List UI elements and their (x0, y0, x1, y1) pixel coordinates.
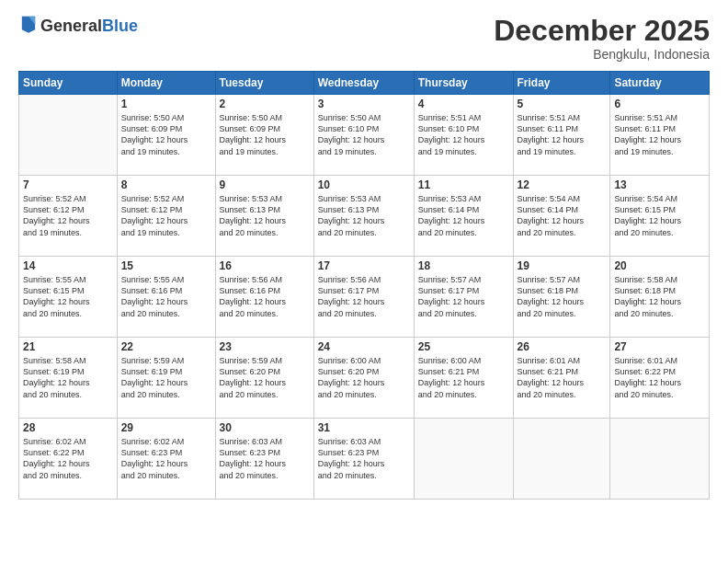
day-info: Sunrise: 5:54 AM Sunset: 6:15 PM Dayligh… (614, 193, 705, 238)
day-info: Sunrise: 5:50 AM Sunset: 6:10 PM Dayligh… (318, 112, 410, 157)
calendar-cell: 16Sunrise: 5:56 AM Sunset: 6:16 PM Dayli… (215, 257, 313, 338)
calendar-cell: 4Sunrise: 5:51 AM Sunset: 6:10 PM Daylig… (414, 95, 513, 176)
day-number: 1 (121, 98, 211, 110)
calendar-cell: 24Sunrise: 6:00 AM Sunset: 6:20 PM Dayli… (313, 338, 414, 419)
day-info: Sunrise: 5:51 AM Sunset: 6:11 PM Dayligh… (518, 112, 607, 157)
day-info: Sunrise: 5:52 AM Sunset: 6:12 PM Dayligh… (23, 193, 113, 238)
day-info: Sunrise: 6:01 AM Sunset: 6:21 PM Dayligh… (518, 355, 607, 400)
day-number: 13 (614, 178, 705, 191)
day-info: Sunrise: 5:50 AM Sunset: 6:09 PM Dayligh… (220, 112, 310, 157)
day-info: Sunrise: 6:00 AM Sunset: 6:21 PM Dayligh… (418, 355, 509, 400)
calendar-cell: 1Sunrise: 5:50 AM Sunset: 6:09 PM Daylig… (117, 95, 215, 176)
calendar-cell: 15Sunrise: 5:55 AM Sunset: 6:16 PM Dayli… (117, 257, 215, 338)
calendar-cell: 22Sunrise: 5:59 AM Sunset: 6:19 PM Dayli… (117, 338, 215, 419)
day-number: 21 (23, 340, 113, 353)
day-info: Sunrise: 5:59 AM Sunset: 6:20 PM Dayligh… (220, 355, 310, 400)
day-number: 8 (121, 178, 211, 191)
calendar-cell: 11Sunrise: 5:53 AM Sunset: 6:14 PM Dayli… (414, 176, 513, 257)
day-number: 12 (518, 178, 607, 191)
day-info: Sunrise: 5:55 AM Sunset: 6:15 PM Dayligh… (23, 274, 113, 319)
calendar-cell: 10Sunrise: 5:53 AM Sunset: 6:13 PM Dayli… (313, 176, 414, 257)
day-info: Sunrise: 5:53 AM Sunset: 6:14 PM Dayligh… (418, 193, 509, 238)
logo: GeneralBlue (18, 15, 138, 39)
day-info: Sunrise: 5:51 AM Sunset: 6:10 PM Dayligh… (418, 112, 509, 157)
calendar-cell: 5Sunrise: 5:51 AM Sunset: 6:11 PM Daylig… (513, 95, 610, 176)
day-number: 6 (614, 98, 705, 110)
day-info: Sunrise: 6:01 AM Sunset: 6:22 PM Dayligh… (614, 355, 705, 400)
calendar-cell: 31Sunrise: 6:03 AM Sunset: 6:23 PM Dayli… (313, 419, 414, 500)
day-number: 2 (220, 98, 310, 110)
calendar-cell: 17Sunrise: 5:56 AM Sunset: 6:17 PM Dayli… (313, 257, 414, 338)
header: GeneralBlue December 2025 Bengkulu, Indo… (18, 15, 710, 62)
header-thursday: Thursday (414, 72, 513, 95)
day-info: Sunrise: 6:02 AM Sunset: 6:23 PM Dayligh… (121, 436, 211, 481)
header-wednesday: Wednesday (313, 72, 414, 95)
day-info: Sunrise: 6:02 AM Sunset: 6:22 PM Dayligh… (23, 436, 113, 481)
day-number: 25 (418, 340, 509, 353)
calendar-cell: 30Sunrise: 6:03 AM Sunset: 6:23 PM Dayli… (215, 419, 313, 500)
calendar-week-row-1: 7Sunrise: 5:52 AM Sunset: 6:12 PM Daylig… (19, 176, 710, 257)
day-info: Sunrise: 5:57 AM Sunset: 6:17 PM Dayligh… (418, 274, 509, 319)
calendar-cell: 29Sunrise: 6:02 AM Sunset: 6:23 PM Dayli… (117, 419, 215, 500)
day-info: Sunrise: 6:03 AM Sunset: 6:23 PM Dayligh… (220, 436, 310, 481)
header-monday: Monday (117, 72, 215, 95)
calendar-cell (19, 95, 118, 176)
calendar-cell (513, 419, 610, 500)
day-number: 16 (220, 259, 310, 272)
calendar-week-row-0: 1Sunrise: 5:50 AM Sunset: 6:09 PM Daylig… (19, 95, 710, 176)
calendar-cell: 23Sunrise: 5:59 AM Sunset: 6:20 PM Dayli… (215, 338, 313, 419)
day-number: 19 (518, 259, 607, 272)
calendar-cell: 6Sunrise: 5:51 AM Sunset: 6:11 PM Daylig… (610, 95, 710, 176)
day-info: Sunrise: 5:54 AM Sunset: 6:14 PM Dayligh… (518, 193, 607, 238)
calendar-cell: 28Sunrise: 6:02 AM Sunset: 6:22 PM Dayli… (19, 419, 118, 500)
day-info: Sunrise: 5:59 AM Sunset: 6:19 PM Dayligh… (121, 355, 211, 400)
calendar-cell: 9Sunrise: 5:53 AM Sunset: 6:13 PM Daylig… (215, 176, 313, 257)
calendar-cell: 25Sunrise: 6:00 AM Sunset: 6:21 PM Dayli… (414, 338, 513, 419)
day-number: 17 (318, 259, 410, 272)
day-info: Sunrise: 5:51 AM Sunset: 6:11 PM Dayligh… (614, 112, 705, 157)
day-number: 11 (418, 178, 509, 191)
day-number: 4 (418, 98, 509, 110)
day-number: 14 (23, 259, 113, 272)
day-number: 9 (220, 178, 310, 191)
calendar-cell: 26Sunrise: 6:01 AM Sunset: 6:21 PM Dayli… (513, 338, 610, 419)
day-info: Sunrise: 5:58 AM Sunset: 6:19 PM Dayligh… (23, 355, 113, 400)
calendar-table: Sunday Monday Tuesday Wednesday Thursday… (18, 71, 710, 500)
day-info: Sunrise: 5:56 AM Sunset: 6:16 PM Dayligh… (220, 274, 310, 319)
day-number: 26 (518, 340, 607, 353)
calendar-cell: 12Sunrise: 5:54 AM Sunset: 6:14 PM Dayli… (513, 176, 610, 257)
month-title: December 2025 (494, 15, 710, 47)
day-number: 31 (318, 421, 410, 434)
day-info: Sunrise: 5:53 AM Sunset: 6:13 PM Dayligh… (220, 193, 310, 238)
day-info: Sunrise: 5:55 AM Sunset: 6:16 PM Dayligh… (121, 274, 211, 319)
calendar-week-row-2: 14Sunrise: 5:55 AM Sunset: 6:15 PM Dayli… (19, 257, 710, 338)
calendar-body: 1Sunrise: 5:50 AM Sunset: 6:09 PM Daylig… (19, 95, 710, 500)
header-sunday: Sunday (19, 72, 118, 95)
day-info: Sunrise: 5:53 AM Sunset: 6:13 PM Dayligh… (318, 193, 410, 238)
calendar-week-row-3: 21Sunrise: 5:58 AM Sunset: 6:19 PM Dayli… (19, 338, 710, 419)
day-number: 10 (318, 178, 410, 191)
weekday-header-row: Sunday Monday Tuesday Wednesday Thursday… (19, 72, 710, 95)
day-number: 22 (121, 340, 211, 353)
calendar-cell: 20Sunrise: 5:58 AM Sunset: 6:18 PM Dayli… (610, 257, 710, 338)
title-section: December 2025 Bengkulu, Indonesia (494, 15, 710, 62)
calendar-cell: 19Sunrise: 5:57 AM Sunset: 6:18 PM Dayli… (513, 257, 610, 338)
day-number: 29 (121, 421, 211, 434)
calendar-cell (414, 419, 513, 500)
page: GeneralBlue December 2025 Bengkulu, Indo… (0, 0, 728, 563)
day-info: Sunrise: 5:56 AM Sunset: 6:17 PM Dayligh… (318, 274, 410, 319)
day-info: Sunrise: 5:50 AM Sunset: 6:09 PM Dayligh… (121, 112, 211, 157)
calendar-cell: 7Sunrise: 5:52 AM Sunset: 6:12 PM Daylig… (19, 176, 118, 257)
day-info: Sunrise: 5:57 AM Sunset: 6:18 PM Dayligh… (518, 274, 607, 319)
day-number: 24 (318, 340, 410, 353)
logo-blue-text: Blue (102, 17, 138, 35)
logo-general-text: General (40, 17, 102, 35)
day-info: Sunrise: 5:52 AM Sunset: 6:12 PM Dayligh… (121, 193, 211, 238)
calendar-cell: 3Sunrise: 5:50 AM Sunset: 6:10 PM Daylig… (313, 95, 414, 176)
header-friday: Friday (513, 72, 610, 95)
day-number: 30 (220, 421, 310, 434)
header-saturday: Saturday (610, 72, 710, 95)
day-number: 18 (418, 259, 509, 272)
day-number: 20 (614, 259, 705, 272)
location: Bengkulu, Indonesia (494, 47, 710, 62)
